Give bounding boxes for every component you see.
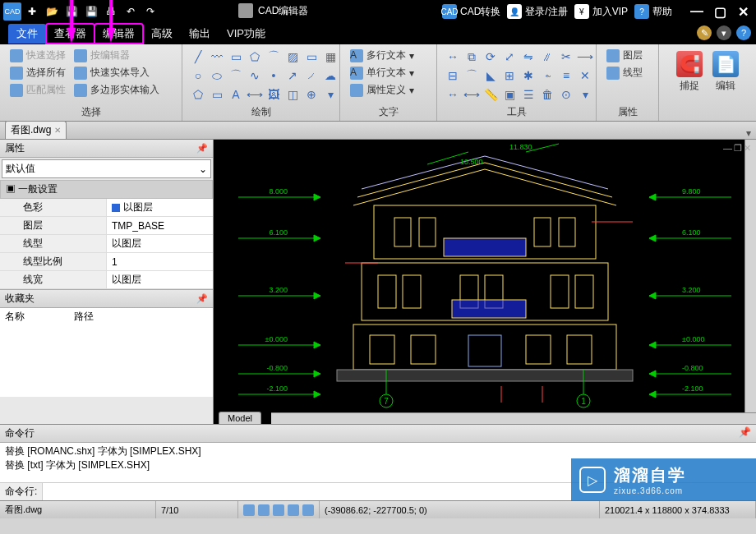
offset-tool-icon[interactable]: ⫽ — [538, 48, 556, 66]
expand-icon[interactable]: ▾ — [717, 25, 731, 40]
polygon-tool-icon[interactable]: ⬠ — [246, 48, 264, 66]
array-tool-icon[interactable]: ⊞ — [500, 67, 519, 85]
erase-tool-icon[interactable]: ✕ — [576, 67, 594, 85]
grid-toggle-icon[interactable] — [258, 504, 270, 516]
help-button[interactable]: ?帮助 — [634, 4, 672, 19]
prop-value[interactable]: TMP_BASE — [107, 217, 213, 234]
prop-value[interactable]: 以图层 — [107, 235, 213, 252]
close-tab-icon[interactable]: ✕ — [54, 126, 61, 135]
insert-tool-icon[interactable]: ⊕ — [302, 85, 320, 104]
favorites-list[interactable]: 名称 路径 — [0, 308, 213, 397]
rect-tool-icon[interactable]: ▭ — [227, 48, 245, 66]
polyline-tool-icon[interactable]: 〰 — [208, 48, 226, 66]
login-button[interactable]: 👤登录/注册 — [507, 4, 567, 19]
chamfer-tool-icon[interactable]: ◣ — [482, 67, 500, 85]
linetype-button[interactable]: 线型 — [603, 65, 646, 81]
maximize-button[interactable]: ▢ — [710, 3, 730, 20]
text-tool-icon[interactable]: A — [227, 85, 245, 104]
arc-tool-icon[interactable]: ⌒ — [265, 48, 283, 66]
select-all-button[interactable]: 选择所有 — [7, 65, 69, 81]
move-tool-icon[interactable]: ↔ — [444, 48, 462, 66]
mdi-close-icon[interactable]: ✕ — [744, 143, 751, 154]
scale-tool-icon[interactable]: ⤢ — [500, 48, 519, 66]
open-icon[interactable]: 📂 — [43, 2, 61, 21]
tabs-dropdown-icon[interactable]: ▾ — [741, 127, 756, 139]
rotate-tool-icon[interactable]: ⟳ — [482, 48, 500, 66]
capture-button[interactable]: 🧲捕捉 — [672, 48, 707, 96]
polar-toggle-icon[interactable] — [288, 504, 299, 516]
ray-tool-icon[interactable]: ↗ — [284, 67, 302, 85]
stretch-tool-icon[interactable]: ↔ — [444, 85, 462, 104]
arc2-tool-icon[interactable]: ⌒ — [227, 67, 245, 85]
mdi-minimize-icon[interactable]: — — [723, 143, 732, 154]
area-tool-icon[interactable]: ▣ — [500, 85, 519, 104]
menu-output[interactable]: 输出 — [181, 24, 219, 44]
mtext-button[interactable]: A多行文本 ▾ — [347, 48, 417, 63]
poly-solid-button[interactable]: 多边形实体输入 — [71, 82, 163, 98]
line-tool-icon[interactable]: ╱ — [189, 48, 207, 66]
info-icon[interactable]: ? — [736, 25, 751, 40]
prop-value[interactable]: 以图层 — [107, 199, 213, 216]
cloud-tool-icon[interactable]: ☁ — [321, 67, 339, 85]
rect2-tool-icon[interactable]: ▭ — [302, 48, 320, 66]
ellipse-tool-icon[interactable]: ⬭ — [208, 67, 226, 85]
quick-select-button[interactable]: 快速选择 — [7, 48, 69, 63]
spline-tool-icon[interactable]: ∿ — [246, 67, 264, 85]
model-tab[interactable]: Model — [219, 412, 261, 424]
redo-icon[interactable]: ↷ — [141, 2, 159, 21]
saveall-icon[interactable]: 💾 — [82, 2, 100, 21]
list-tool-icon[interactable]: ☰ — [519, 85, 537, 104]
mirror-tool-icon[interactable]: ⇋ — [519, 48, 537, 66]
hatch-tool-icon[interactable]: ▦ — [321, 48, 339, 66]
layer-button[interactable]: 图层 — [603, 48, 646, 63]
purge-tool-icon[interactable]: 🗑 — [538, 85, 556, 104]
fillet-tool-icon[interactable]: ⌒ — [463, 67, 481, 85]
image-tool-icon[interactable]: 🖼 — [265, 85, 283, 104]
measure-tool-icon[interactable]: 📏 — [482, 85, 500, 104]
snap-toggle-icon[interactable] — [243, 504, 255, 516]
prop-value[interactable]: 1 — [107, 253, 213, 270]
dropdown-tool-icon[interactable]: ▾ — [321, 85, 339, 104]
copy-tool-icon[interactable]: ⧉ — [463, 48, 481, 66]
extend-tool-icon[interactable]: ⟶ — [576, 48, 594, 66]
menu-advanced[interactable]: 高级 — [143, 24, 181, 44]
edit-button[interactable]: 📄编辑 — [708, 48, 743, 96]
undo-icon[interactable]: ↶ — [122, 2, 140, 21]
prop-value[interactable]: 以图层 — [107, 271, 213, 288]
app-icon[interactable]: CAD — [3, 2, 21, 21]
poly3-tool-icon[interactable]: ⬠ — [189, 85, 207, 104]
ortho-toggle-icon[interactable] — [273, 504, 284, 516]
circle-tool-icon[interactable]: ○ — [189, 67, 207, 85]
section-general[interactable]: ▣ 一般设置 — [0, 180, 213, 199]
attrdef-button[interactable]: 属性定义 ▾ — [347, 82, 417, 98]
menu-file[interactable]: 文件 — [8, 24, 46, 44]
pin-icon[interactable]: 📌 — [196, 293, 208, 304]
pin-icon[interactable]: 📌 — [196, 143, 208, 154]
lengthen-tool-icon[interactable]: ⟷ — [463, 85, 481, 104]
break-tool-icon[interactable]: ⊟ — [444, 67, 462, 85]
join-tool-icon[interactable]: ⧜ — [538, 67, 556, 85]
pin-icon[interactable]: 📌 — [739, 426, 751, 440]
solid-import-button[interactable]: 快速实体导入 — [71, 65, 163, 81]
stext-button[interactable]: A单行文本 ▾ — [347, 65, 417, 81]
horizontal-scrollbar[interactable] — [271, 412, 756, 424]
mdi-restore-icon[interactable]: ❐ — [734, 143, 742, 154]
region-tool-icon[interactable]: ▨ — [284, 48, 302, 66]
trim-tool-icon[interactable]: ✂ — [557, 48, 575, 66]
document-tab[interactable]: 看图.dwg ✕ — [5, 121, 67, 139]
style-icon[interactable]: ✎ — [697, 25, 712, 40]
menu-vip[interactable]: VIP功能 — [219, 24, 274, 44]
align-tool-icon[interactable]: ≡ — [557, 67, 575, 85]
qselect-tool-icon[interactable]: ⊙ — [557, 85, 575, 104]
dim-tool-icon[interactable]: ⟷ — [246, 85, 264, 104]
osnap-toggle-icon[interactable] — [302, 504, 314, 516]
drawing-canvas[interactable]: — ❐ ✕ — [214, 140, 756, 424]
minimize-button[interactable]: — — [687, 3, 707, 20]
cad-convert-button[interactable]: CADCAD转换 — [442, 4, 500, 19]
more-tool-icon[interactable]: ▾ — [576, 85, 594, 104]
close-button[interactable]: ✕ — [733, 3, 753, 20]
by-editor-button[interactable]: 按编辑器 — [71, 48, 163, 63]
match-prop-button[interactable]: 匹配属性 — [7, 82, 69, 98]
rect3-tool-icon[interactable]: ▭ — [208, 85, 226, 104]
vertical-scrollbar[interactable] — [744, 140, 756, 412]
